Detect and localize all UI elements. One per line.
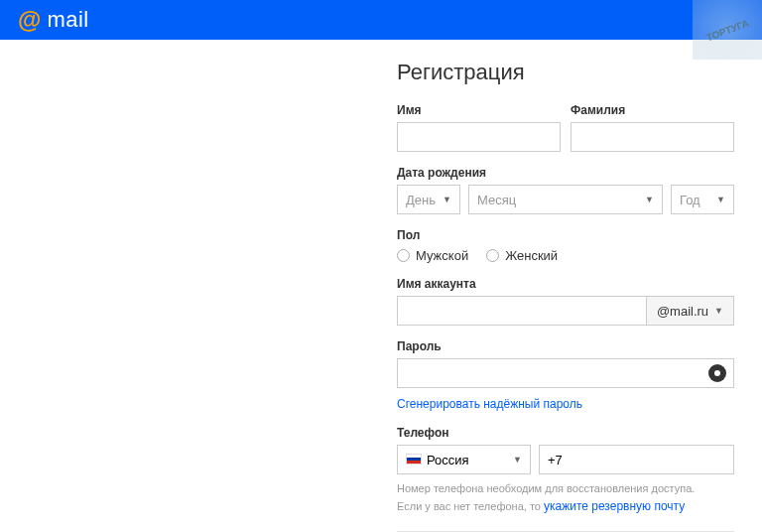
eye-icon[interactable] <box>708 364 726 382</box>
account-input[interactable] <box>397 296 646 326</box>
password-input[interactable] <box>397 358 734 388</box>
flag-ru-icon <box>406 454 422 465</box>
phone-label: Телефон <box>397 426 734 440</box>
dob-month-select[interactable]: Месяц▼ <box>468 185 663 214</box>
dob-label: Дата рождения <box>397 166 734 180</box>
page-title: Регистрация <box>397 60 734 85</box>
last-name-label: Фамилия <box>571 103 734 117</box>
password-label: Пароль <box>397 339 734 353</box>
backup-email-link[interactable]: укажите резервную почту <box>544 499 685 513</box>
radio-icon <box>486 249 499 262</box>
dob-day-select[interactable]: День▼ <box>397 185 460 214</box>
first-name-label: Имя <box>397 103 561 117</box>
registration-form: Регистрация Имя Фамилия Дата рождения Де… <box>397 60 734 532</box>
phone-country-select[interactable]: Россия ▼ <box>397 445 531 474</box>
last-name-input[interactable] <box>571 122 734 152</box>
account-label: Имя аккаунта <box>397 277 734 291</box>
divider <box>397 531 734 532</box>
header: @ mail <box>0 0 762 40</box>
chevron-down-icon: ▼ <box>443 195 451 204</box>
generate-password-link[interactable]: Сгенерировать надёжный пароль <box>397 397 582 411</box>
gender-female-radio[interactable]: Женский <box>486 248 558 263</box>
dob-year-select[interactable]: Год▼ <box>671 185 734 214</box>
phone-input[interactable] <box>539 445 734 474</box>
radio-icon <box>397 249 410 262</box>
logo-text: mail <box>47 7 88 33</box>
chevron-down-icon: ▼ <box>645 195 654 204</box>
chevron-down-icon: ▼ <box>714 306 723 316</box>
first-name-input[interactable] <box>397 122 561 152</box>
chevron-down-icon: ▼ <box>716 195 725 204</box>
chevron-down-icon: ▼ <box>513 455 522 465</box>
logo-at-icon: @ <box>18 6 41 34</box>
phone-hint: Номер телефона необходим для восстановле… <box>397 480 734 515</box>
logo[interactable]: @ mail <box>18 6 89 34</box>
account-domain-select[interactable]: @mail.ru▼ <box>646 296 734 326</box>
gender-male-radio[interactable]: Мужской <box>397 248 468 263</box>
gender-label: Пол <box>397 228 734 242</box>
